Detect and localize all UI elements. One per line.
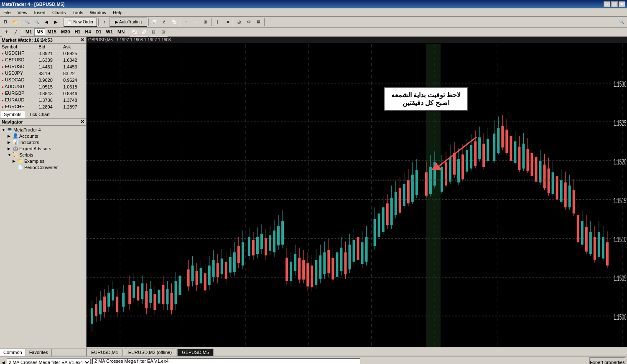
- menu-charts[interactable]: Charts: [51, 10, 67, 15]
- grid-btn[interactable]: ⊞: [201, 18, 210, 27]
- expert-advisor-dropdown[interactable]: 2 MA Crosses Mega filter EA V1.ex4: [7, 358, 91, 364]
- navigator-header: Navigator ✕: [0, 118, 86, 126]
- mw-tab-tick[interactable]: Tick Chart: [25, 111, 54, 118]
- menu-window[interactable]: Window: [88, 10, 108, 15]
- nav-tab-favorites[interactable]: Favorites: [26, 349, 52, 356]
- market-watch-row[interactable]: ● EURCHF 1.2894 1.2897: [0, 104, 86, 110]
- mw-bid: 1.6339: [37, 57, 61, 63]
- market-watch-row[interactable]: ● USDCAD 0.9620 0.9624: [0, 77, 86, 83]
- terminal-btn[interactable]: 🖥: [254, 18, 263, 27]
- nav-label-accounts: Accounts: [19, 134, 38, 139]
- expert-btn[interactable]: ⚙: [244, 18, 253, 27]
- market-watch-row[interactable]: ● USDCHF 0.8921 0.8925: [0, 50, 86, 57]
- nav-scripts[interactable]: ▼ 📜 Scripts: [1, 152, 85, 158]
- menu-insert[interactable]: Insert: [32, 10, 47, 15]
- maximize-button[interactable]: □: [611, 1, 618, 7]
- nav-expand-scripts: ▼: [8, 153, 12, 157]
- tf-h1[interactable]: H1: [72, 28, 82, 36]
- nav-expand-accounts: ▶: [8, 134, 12, 138]
- annotation-line2: اصبح كل دقيقتين: [391, 99, 461, 107]
- open-btn[interactable]: 📂: [10, 18, 20, 27]
- new-order-btn[interactable]: 📋 New Order: [64, 18, 97, 27]
- tf-extra3[interactable]: ⊟: [149, 28, 158, 37]
- nav-icon-pc: 📄: [18, 164, 23, 170]
- market-watch-row[interactable]: ● USDJPY 83.19 83.22: [0, 70, 86, 77]
- line-chart-btn[interactable]: 📈: [169, 18, 178, 27]
- tf-m1[interactable]: M1: [23, 28, 34, 36]
- tf-w1[interactable]: W1: [104, 28, 115, 36]
- zoom-minus-btn[interactable]: −: [191, 18, 200, 27]
- nav-examples[interactable]: ▶ 📁 Examples: [1, 158, 85, 164]
- nav-icon-scripts: 📜: [13, 152, 18, 157]
- bottom-panel-header: ◀ 2 MA Crosses Mega filter EA V1.ex4 2 M…: [0, 356, 627, 364]
- autotrading-btn[interactable]: ▶ AutoTrading: [110, 18, 147, 27]
- menu-tools[interactable]: Tools: [71, 10, 85, 15]
- tf-d1[interactable]: D1: [94, 28, 104, 36]
- zoom-out-btn[interactable]: 🔍: [32, 18, 41, 27]
- scroll-left-btn[interactable]: ◀: [42, 18, 51, 27]
- scroll-auto-btn[interactable]: ⇥: [222, 18, 232, 27]
- sep3: [98, 18, 99, 26]
- period-sep-btn[interactable]: |: [213, 18, 222, 27]
- chart-tab-gbpusd-m5[interactable]: GBPUSD,M5: [177, 349, 214, 356]
- tf-extra2[interactable]: 📉: [139, 28, 148, 37]
- tf-extra1[interactable]: 📈: [130, 28, 139, 37]
- navigator-bottom-tabs: Common Favorites: [0, 349, 86, 356]
- menu-file[interactable]: File: [2, 10, 13, 15]
- nav-indicators[interactable]: ▶ 📊 Indicators: [1, 139, 85, 145]
- mw-ask: 83.22: [61, 70, 86, 77]
- market-watch-row[interactable]: ● EURAUD 1.3736 1.3748: [0, 97, 86, 104]
- nav-label-examples: Examples: [24, 159, 44, 164]
- close-button[interactable]: ✕: [619, 1, 625, 7]
- mw-bid: 1.4451: [37, 63, 61, 70]
- mw-bid: 0.9620: [37, 77, 61, 83]
- chart-tab-eurusd-m2[interactable]: EURUSD,M2 (offline): [124, 349, 176, 356]
- nav-expand-indicators: ▶: [8, 140, 12, 144]
- tf-m5[interactable]: M5: [34, 28, 45, 36]
- zoom-in-btn[interactable]: 🔍: [23, 18, 32, 27]
- mw-bid: 1.3736: [37, 97, 61, 104]
- bar-chart-btn[interactable]: 📊: [150, 18, 159, 27]
- mw-symbol: ● AUDUSD: [0, 83, 37, 90]
- navigator-close[interactable]: ✕: [80, 119, 84, 125]
- tf-mn[interactable]: MN: [115, 28, 127, 36]
- tf-crosshair-btn[interactable]: ✛: [2, 28, 11, 37]
- nav-label-indicators: Indicators: [19, 140, 39, 145]
- chart-tab-eurusd-m1[interactable]: EURUSD,M1: [87, 349, 123, 356]
- zoom-plus-btn[interactable]: +: [181, 18, 191, 27]
- search-btn[interactable]: 🔍: [617, 18, 626, 27]
- market-watch-row[interactable]: ● EURGBP 0.8843 0.8846: [0, 90, 86, 97]
- nav-tab-common[interactable]: Common: [0, 349, 26, 356]
- candle-chart-btn[interactable]: 🕯: [160, 18, 169, 27]
- expert-properties-btn[interactable]: Expert properties: [589, 357, 625, 364]
- nav-period-converter[interactable]: 📄 PeriodConverter: [1, 164, 85, 170]
- nav-expert-advisors[interactable]: ▶ 🤖 Expert Advisors: [1, 145, 85, 152]
- nav-metatrader4[interactable]: ▼ 💻 MetaTrader 4: [1, 126, 85, 133]
- tf-h4[interactable]: H4: [83, 28, 93, 36]
- market-watch-row[interactable]: ● AUDUSD 1.0515 1.0518: [0, 83, 86, 90]
- nav-icon-indicators: 📊: [13, 139, 18, 145]
- mw-symbol: ● EURUSD: [0, 63, 37, 70]
- tf-m30[interactable]: M30: [59, 28, 72, 36]
- tf-m15[interactable]: M15: [46, 28, 59, 36]
- scroll-right-btn[interactable]: ▶: [51, 18, 61, 27]
- svg-text:2017.08.31 20:58: 2017.08.31 20:58: [425, 347, 454, 347]
- chart-info-bar: GBPUSD,M5 1.1907 1.1908 1.1907 1.1908: [87, 37, 627, 43]
- market-watch-row[interactable]: ● GBPUSD 1.6339 1.6342: [0, 57, 86, 63]
- market-watch-row[interactable]: ● EURUSD 1.4451 1.4453: [0, 63, 86, 70]
- indicator-btn[interactable]: ◎: [234, 18, 244, 27]
- chart-arrow-btn[interactable]: ↕: [100, 18, 109, 27]
- new-chart-btn[interactable]: 🗒: [1, 18, 10, 27]
- tf-extra4[interactable]: ⊞: [158, 28, 168, 37]
- tf-line-btn[interactable]: ╱: [11, 28, 20, 37]
- mw-tab-symbols[interactable]: Symbols: [0, 111, 25, 118]
- right-panel-buttons: Expert properties: [362, 357, 626, 364]
- menu-help[interactable]: Help: [111, 10, 124, 15]
- menu-view[interactable]: View: [16, 10, 29, 15]
- mw-ask: 0.8846: [61, 90, 86, 97]
- minimize-button[interactable]: ─: [604, 1, 610, 7]
- market-watch-close[interactable]: ✕: [80, 37, 84, 43]
- tf-sep2: [128, 29, 128, 35]
- nav-accounts[interactable]: ▶ 👤 Accounts: [1, 133, 85, 139]
- sep1: [21, 18, 21, 26]
